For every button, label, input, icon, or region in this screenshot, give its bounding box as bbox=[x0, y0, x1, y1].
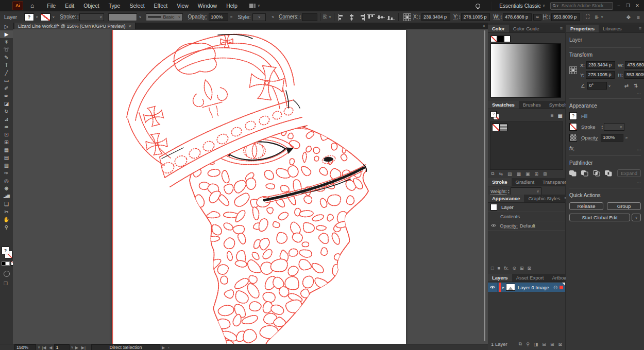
eyedropper-tool[interactable]: ✑ bbox=[0, 169, 13, 177]
pen-tool[interactable]: ✎ bbox=[0, 54, 13, 61]
new-sublayer-icon[interactable]: ⊟ bbox=[542, 342, 546, 347]
menu-window[interactable]: Window bbox=[193, 3, 222, 9]
registration-swatch[interactable] bbox=[500, 124, 507, 131]
opacity-label[interactable]: Opacity bbox=[581, 135, 598, 141]
align-right-icon[interactable] bbox=[358, 14, 365, 21]
new-swatch-icon[interactable]: ⊞ bbox=[535, 171, 539, 177]
type-tool[interactable]: T bbox=[0, 61, 13, 69]
swatch-kinds-icon[interactable]: ⇆ bbox=[499, 171, 503, 177]
properties-panel-menu-icon[interactable]: ≡ bbox=[639, 25, 644, 32]
zoom-level-field[interactable]: 150% bbox=[14, 344, 36, 350]
menu-select[interactable]: Select bbox=[125, 3, 149, 9]
clear-appearance-icon[interactable]: ⊘ bbox=[512, 266, 516, 271]
discover-icon[interactable] bbox=[476, 4, 480, 8]
weight-label[interactable]: Weight: bbox=[490, 188, 507, 195]
swatches-tab-brushes[interactable]: Brushes bbox=[519, 101, 545, 109]
canvas[interactable] bbox=[13, 29, 488, 344]
layer-target-icon[interactable]: ◎ bbox=[553, 285, 557, 290]
expand-layer-icon[interactable]: ▸ bbox=[502, 285, 504, 290]
recolor-artwork-icon[interactable]: ◔ bbox=[270, 14, 274, 20]
corners-label[interactable]: Corners: bbox=[279, 14, 298, 20]
stock-search[interactable]: ⚲ ∨ bbox=[550, 2, 613, 10]
fill-color-control[interactable]: ?∨ bbox=[24, 13, 38, 21]
delete-item-icon[interactable]: ⊠ bbox=[527, 266, 531, 271]
magic-wand-tool[interactable]: ✳ bbox=[0, 38, 13, 46]
zoom-tool[interactable]: ⚲ bbox=[0, 223, 13, 231]
h-field[interactable]: 553.8009 p bbox=[551, 13, 580, 21]
shear-icon[interactable]: ⛶ bbox=[586, 14, 589, 20]
opacity-flyout-icon[interactable]: ∨ bbox=[624, 136, 629, 139]
appearance-row-contents[interactable]: Contents bbox=[488, 212, 565, 221]
lasso-tool[interactable]: ➰ bbox=[0, 46, 13, 54]
brush-definition-select[interactable]: Basic ∨ bbox=[146, 13, 183, 21]
flip-vertical-icon[interactable]: ⇅ bbox=[634, 83, 638, 89]
stroke-label[interactable]: Stroke bbox=[581, 124, 595, 130]
x-field[interactable]: 239.3404 p bbox=[421, 13, 450, 21]
status-display[interactable]: Direct Selection bbox=[91, 344, 160, 350]
appearance-more-options[interactable]: ... bbox=[637, 146, 641, 151]
fill-label[interactable]: Fill bbox=[581, 113, 587, 119]
stroke-tab-stroke[interactable]: Stroke bbox=[488, 178, 512, 186]
zoom-select-icon[interactable]: ∨ bbox=[38, 345, 40, 349]
width-tool[interactable]: ⇹ bbox=[0, 123, 13, 131]
hand-tool[interactable]: ✋ bbox=[0, 216, 13, 223]
menu-type[interactable]: Type bbox=[104, 3, 125, 9]
constrain-proportions-icon[interactable]: ∞ bbox=[533, 14, 541, 21]
vertical-scrollbar[interactable] bbox=[484, 30, 485, 341]
menu-effect[interactable]: Effect bbox=[149, 3, 173, 9]
artboard-tool[interactable]: ❏ bbox=[0, 200, 13, 208]
locate-object-icon[interactable]: ⚲ bbox=[526, 342, 530, 347]
free-transform-tool[interactable]: ⊡ bbox=[0, 131, 13, 138]
y-field[interactable]: 278.1005 p bbox=[461, 13, 490, 21]
add-effect-icon[interactable]: fx. bbox=[504, 266, 509, 271]
blend-tool[interactable]: ◎ bbox=[0, 177, 13, 185]
toolbar-fill-swatch[interactable]: ? bbox=[2, 247, 9, 254]
stroke-weight-label[interactable]: Stroke: bbox=[60, 14, 76, 20]
stroke-swatch-none[interactable] bbox=[41, 13, 50, 21]
color-fill-stroke[interactable] bbox=[490, 36, 565, 42]
stroke-tab-gradient[interactable]: Gradient bbox=[512, 178, 538, 186]
next-artboard-icon[interactable]: ▶ bbox=[75, 345, 78, 350]
stroke-weight-stepper[interactable]: ▴▾ bbox=[77, 14, 79, 20]
flip-horizontal-icon[interactable]: ⇄ bbox=[624, 83, 629, 89]
layers-tab-asset-export[interactable]: Asset Export bbox=[512, 274, 548, 282]
grid-view-icon[interactable]: ▦ bbox=[558, 113, 563, 118]
draw-mode-icon[interactable] bbox=[4, 271, 10, 277]
swatch-libraries-icon[interactable]: ⧉ bbox=[491, 171, 494, 177]
swatch-options-icon[interactable]: ▤ bbox=[507, 171, 512, 177]
layer-name[interactable]: Layer 0 Image bbox=[518, 285, 549, 290]
rotate-tool[interactable]: ↻ bbox=[0, 108, 13, 115]
swatches-tab-swatches[interactable]: Swatches bbox=[488, 101, 519, 109]
screen-mode-icon[interactable]: ❐ bbox=[4, 281, 8, 286]
search-input[interactable] bbox=[561, 3, 606, 9]
swatch-list[interactable] bbox=[490, 121, 563, 170]
h-label[interactable]: H: bbox=[543, 14, 548, 20]
weight-select[interactable]: ∨ bbox=[511, 187, 541, 195]
list-view-icon[interactable]: ≡ bbox=[551, 113, 554, 118]
none-color-swatch[interactable] bbox=[492, 124, 500, 131]
minimize-button[interactable]: – bbox=[615, 3, 622, 8]
fill-swatch[interactable]: ? bbox=[24, 13, 34, 21]
select-similar-icon[interactable]: ⊪ bbox=[595, 14, 599, 20]
document-tab[interactable]: Lizard Line Work.tif* @ 150% (CMYK/GPU P… bbox=[14, 23, 135, 29]
style-select[interactable]: ∨ bbox=[252, 13, 266, 21]
menu-view[interactable]: View bbox=[172, 3, 193, 9]
color-tab-color-guide[interactable]: Color Guide bbox=[509, 25, 544, 32]
transform-h-field[interactable]: 553.8009 p bbox=[624, 71, 644, 79]
gradient-tool[interactable]: ▥ bbox=[0, 162, 13, 169]
layers-tab-layers[interactable]: Layers bbox=[488, 274, 512, 282]
opacity-flyout-icon[interactable]: ∨ bbox=[229, 15, 233, 18]
mesh-tool[interactable]: ▤ bbox=[0, 154, 13, 162]
rectangle-tool[interactable]: ▭ bbox=[0, 77, 13, 84]
delete-layer-icon[interactable]: ⊠ bbox=[558, 342, 562, 347]
menu-object[interactable]: Object bbox=[79, 3, 104, 9]
swatches-fill-stroke-indicator[interactable]: ? bbox=[490, 111, 500, 119]
duplicate-item-icon[interactable]: ⊞ bbox=[520, 266, 524, 271]
release-button[interactable]: Release bbox=[569, 202, 603, 210]
start-global-edit-button[interactable]: Start Global Edit bbox=[569, 214, 630, 221]
properties-tab-properties[interactable]: Properties bbox=[566, 25, 599, 32]
new-layer-icon[interactable]: ⊞ bbox=[550, 342, 554, 347]
pathfinder-more-options[interactable]: ... bbox=[569, 179, 641, 184]
white-swatch[interactable] bbox=[504, 36, 511, 42]
layer-visibility-icon[interactable] bbox=[489, 285, 496, 290]
